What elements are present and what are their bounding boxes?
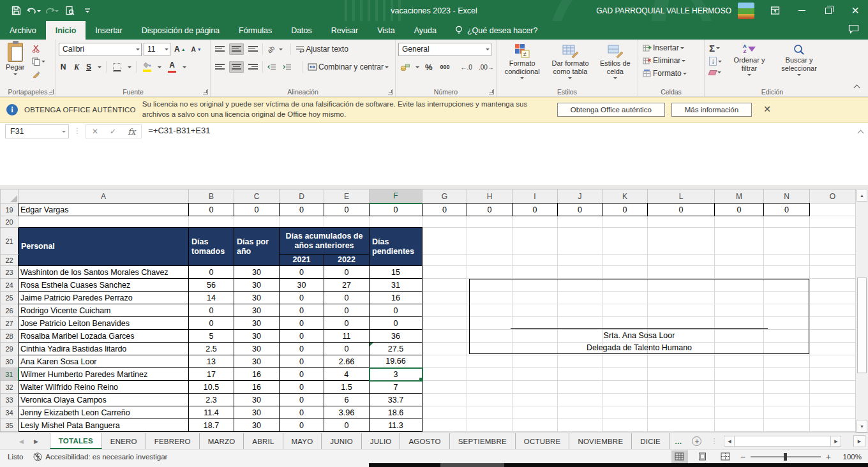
wrap-text-button[interactable]: Ajustar texto [294,43,350,55]
cell[interactable] [715,419,764,432]
cell[interactable] [602,317,648,330]
cell[interactable] [764,255,810,266]
column-header-I[interactable]: I [513,189,558,204]
cell[interactable] [558,368,602,381]
sheet-tab-agosto[interactable]: AGOSTO [400,433,449,449]
borders-icon[interactable] [111,62,123,73]
cell[interactable]: Rosalba Maribel Lozada Garces [19,330,189,343]
sheet-tab-enero[interactable]: ENERO [102,433,146,449]
cell[interactable] [602,266,648,279]
cell[interactable]: 15 [370,266,423,279]
cell[interactable]: 16 [234,381,280,394]
cell[interactable]: 16 [234,368,280,381]
tab-inicio[interactable]: Inicio [46,21,86,40]
undo-dropdown[interactable] [37,10,41,14]
cell[interactable]: 0 [189,304,234,317]
close-button[interactable]: × [842,0,868,21]
table-header-personal[interactable]: Personal [19,228,189,266]
cell[interactable] [513,394,558,406]
cell[interactable] [513,216,558,228]
cell[interactable] [513,381,558,394]
column-header-B[interactable]: B [189,189,234,204]
number-dialog-launcher[interactable] [489,89,494,94]
cell[interactable] [715,266,764,279]
table-header-pendientes[interactable]: Días pendientes [370,228,423,266]
row-header-27[interactable]: 27 [1,317,19,330]
cell[interactable] [715,216,764,228]
cell[interactable]: 30 [234,394,280,406]
number-format-combo[interactable]: General [398,43,491,56]
cell[interactable] [715,355,764,368]
column-header-N[interactable]: N [764,189,810,204]
vertical-scrollbar[interactable]: ▲ ▼ [855,189,868,433]
cell[interactable] [648,394,715,406]
cell[interactable] [764,355,810,368]
cell[interactable] [810,368,856,381]
cell[interactable]: 0 [764,204,810,216]
italic-button[interactable]: K [72,61,80,73]
cell[interactable] [513,406,558,419]
row-header-34[interactable]: 34 [1,406,19,419]
cell[interactable]: 11 [324,330,370,343]
table-header-dias-tomados[interactable]: Días tomados [189,228,234,266]
cell[interactable] [558,330,602,343]
cell[interactable]: 0 [280,266,324,279]
row-header-32[interactable]: 32 [1,381,19,394]
sort-filter-button[interactable]: AZ Ordenar y filtrar [728,41,771,79]
cell[interactable] [467,317,513,330]
row-header-33[interactable]: 33 [1,394,19,406]
cell[interactable] [467,394,513,406]
cell[interactable]: 0 [513,204,558,216]
sheet-tab-octubre[interactable]: OCTUBRE [516,433,570,449]
cell[interactable] [648,343,715,355]
row-header-26[interactable]: 26 [1,304,19,317]
cell[interactable] [558,216,602,228]
cancel-icon[interactable]: ✕ [86,127,104,136]
cell[interactable]: Cinthia Yadira Bastidas litardo [19,343,189,355]
cell[interactable] [513,317,558,330]
cell[interactable] [715,317,764,330]
cell[interactable] [648,304,715,317]
cell[interactable]: 18.7 [189,419,234,432]
cell[interactable]: 0 [324,266,370,279]
cell[interactable] [467,304,513,317]
cell[interactable]: Edgar Vargas [19,204,189,216]
cell[interactable] [602,381,648,394]
cell[interactable]: 0 [324,292,370,304]
cell[interactable]: 18.6 [370,406,423,419]
cell[interactable] [602,292,648,304]
cell[interactable] [764,216,810,228]
cell[interactable] [810,317,856,330]
font-color-icon[interactable]: A [166,60,178,75]
cell-styles-button[interactable]: Estilos de celda [595,41,635,86]
autosum-icon[interactable]: Σ [707,42,724,54]
cell[interactable]: 30 [234,355,280,368]
tab-revisar[interactable]: Revisar [322,21,368,40]
cell[interactable] [423,330,467,343]
cell[interactable]: 30 [234,317,280,330]
cell[interactable] [513,368,558,381]
cell[interactable] [648,419,715,432]
cell[interactable] [558,381,602,394]
cell[interactable] [558,255,602,266]
cell[interactable]: Walter Wilfrido Reino Reino [19,381,189,394]
paste-button[interactable]: Pegar [3,41,27,80]
clipboard-dialog-launcher[interactable] [49,89,54,94]
cell[interactable]: 0 [280,317,324,330]
account-avatar[interactable] [738,3,754,19]
cell[interactable] [558,419,602,432]
cell[interactable]: 0 [423,204,467,216]
restore-button[interactable] [816,0,841,21]
cell[interactable] [810,292,856,304]
cell[interactable] [764,266,810,279]
cell[interactable] [715,381,764,394]
sheet-tab-julio[interactable]: JULIO [362,433,401,449]
cell[interactable]: 19.66 [370,355,423,368]
cell[interactable] [764,406,810,419]
horizontal-scrollbar[interactable]: ◀ ▶ [724,436,841,447]
cell[interactable] [467,368,513,381]
select-all-button[interactable] [1,189,19,204]
font-name-combo[interactable]: Calibri [59,43,142,56]
cell[interactable]: Rosa Esthela Cuases Sanchez [19,279,189,292]
cell[interactable]: 0 [648,204,715,216]
